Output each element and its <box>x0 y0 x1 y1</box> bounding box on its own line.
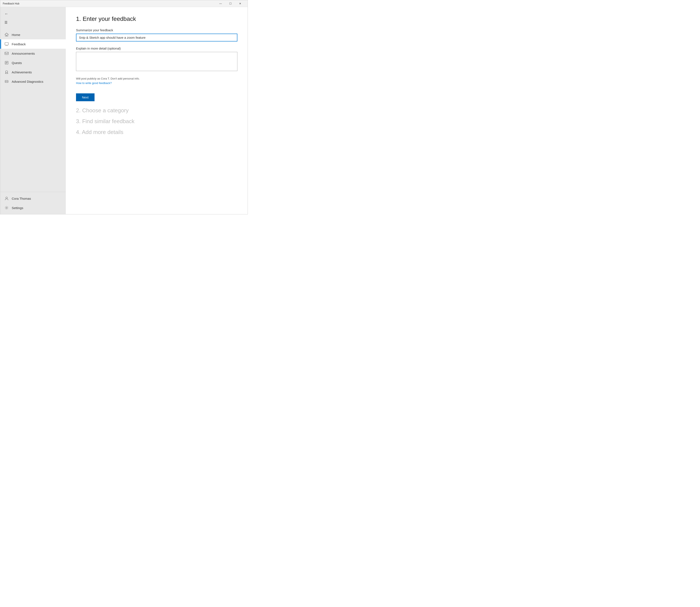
home-icon <box>4 33 9 37</box>
svg-point-12 <box>6 197 7 198</box>
summarize-label: Summarize your feedback <box>76 28 237 32</box>
sidebar-item-home[interactable]: Home <box>0 30 66 39</box>
svg-rect-1 <box>5 52 8 55</box>
user-icon <box>4 196 9 201</box>
step4-heading: 4. Add more details <box>76 129 237 135</box>
settings-label: Settings <box>12 206 23 210</box>
detail-textarea[interactable] <box>76 52 237 71</box>
sidebar-top: ← ☰ <box>0 7 66 29</box>
sidebar-item-announcements-label: Announcements <box>12 52 35 55</box>
step3-heading: 3. Find similar feedback <box>76 118 237 125</box>
user-profile-button[interactable]: Cora Thomas <box>0 194 66 203</box>
main-content: 1. Enter your feedback Summarize your fe… <box>66 7 247 214</box>
sidebar-item-advanced-diagnostics[interactable]: Advanced Diagnostics <box>0 77 66 86</box>
sidebar-nav: Home Feedback <box>0 29 66 192</box>
announcements-icon <box>4 51 9 56</box>
detail-label: Explain in more detail (optional) <box>76 47 237 50</box>
svg-point-13 <box>6 207 7 208</box>
close-button[interactable]: ✕ <box>235 0 245 7</box>
back-icon: ← <box>4 12 8 16</box>
sidebar-item-home-label: Home <box>12 33 20 37</box>
user-name: Cora Thomas <box>12 197 31 200</box>
disclaimer-section: Will post publicly as Cora T. Don't add … <box>76 77 237 85</box>
disclaimer-text: Will post publicly as Cora T. Don't add … <box>76 77 237 80</box>
settings-button[interactable]: Settings <box>0 203 66 212</box>
app-title: Feedback Hub <box>3 2 19 5</box>
sidebar-item-advanced-diagnostics-label: Advanced Diagnostics <box>12 80 43 83</box>
sidebar-item-feedback[interactable]: Feedback <box>0 39 66 49</box>
sidebar-item-announcements[interactable]: Announcements <box>0 49 66 58</box>
sidebar-item-achievements-label: Achievements <box>12 70 32 74</box>
svg-point-6 <box>5 70 8 73</box>
hamburger-icon: ☰ <box>4 20 7 24</box>
sidebar: ← ☰ Home <box>0 7 66 214</box>
app-container: ← ☰ Home <box>0 7 247 214</box>
quests-icon <box>4 61 9 65</box>
diagnostics-icon <box>4 79 9 84</box>
summarize-input[interactable] <box>76 34 237 41</box>
window-controls: — ☐ ✕ <box>216 0 245 7</box>
menu-toggle-button[interactable]: ☰ <box>0 18 66 26</box>
sidebar-item-achievements[interactable]: Achievements <box>0 67 66 77</box>
next-button[interactable]: Next <box>76 93 95 101</box>
maximize-button[interactable]: ☐ <box>225 0 235 7</box>
svg-rect-0 <box>5 43 8 45</box>
minimize-button[interactable]: — <box>216 0 225 7</box>
sidebar-item-feedback-label: Feedback <box>12 42 26 46</box>
sidebar-item-quests[interactable]: Quests <box>0 58 66 67</box>
settings-icon <box>4 206 9 210</box>
page-title: 1. Enter your feedback <box>76 16 237 22</box>
sidebar-bottom: Cora Thomas Settings <box>0 192 66 214</box>
detail-section: Explain in more detail (optional) <box>76 47 237 72</box>
back-button[interactable]: ← <box>0 9 66 18</box>
titlebar: Feedback Hub — ☐ ✕ <box>0 0 247 7</box>
feedback-help-link[interactable]: How to write good feedback? <box>76 81 112 85</box>
summarize-section: Summarize your feedback <box>76 28 237 41</box>
achievements-icon <box>4 70 9 74</box>
sidebar-item-quests-label: Quests <box>12 61 22 65</box>
feedback-icon <box>4 42 9 46</box>
step2-heading: 2. Choose a category <box>76 107 237 114</box>
